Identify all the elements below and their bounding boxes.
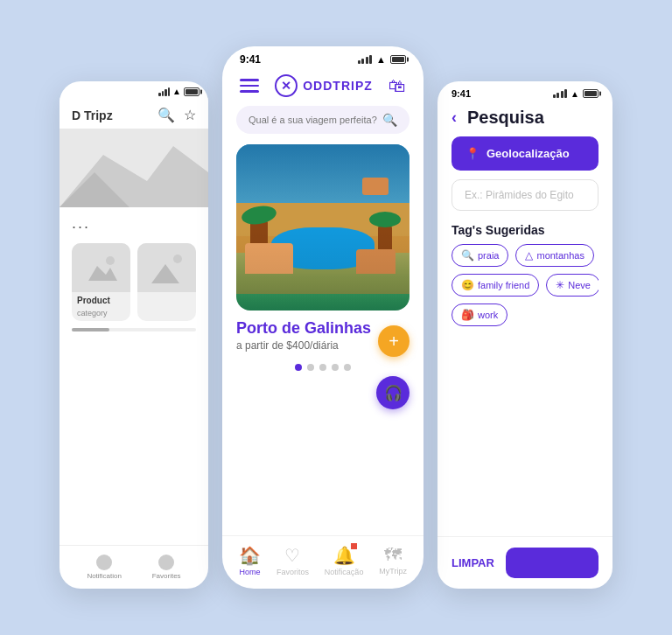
placeholder-icon-2 — [150, 250, 185, 285]
product-image-1 — [72, 243, 130, 292]
nav-notification[interactable]: Notification — [87, 555, 122, 580]
logo-icon: ✕ — [275, 74, 298, 97]
signal-bars — [358, 55, 373, 64]
nav-favorites-label: Favoritos — [276, 568, 309, 576]
dot-1[interactable] — [295, 364, 302, 371]
signal-bars-right — [553, 89, 568, 98]
right-search-field[interactable]: Ex.: Pirâmides do Egito — [452, 179, 598, 211]
search-input[interactable] — [248, 115, 377, 125]
home-icon: 🏠 — [239, 545, 261, 566]
search-icon[interactable]: 🔍 — [158, 107, 175, 123]
hamburger-line-1 — [240, 79, 259, 81]
nav-mytrips[interactable]: 🗺 MyTripz — [379, 545, 407, 576]
bag-icon[interactable]: 🛍 — [388, 76, 406, 96]
phone-center: 9:41 ▲ ✕ ODDTRIPZ 🛍 — [222, 46, 424, 589]
star-icon[interactable]: ☆ — [184, 107, 196, 123]
tag-praia-label: praia — [478, 250, 499, 261]
wifi-icon: ▲ — [376, 54, 386, 65]
tag-montanhas[interactable]: △ montanhas — [515, 244, 593, 267]
tags-section: Tag's Sugeridas 🔍 praia △ montanhas 😊 fa… — [438, 223, 612, 333]
geo-icon: 📍 — [466, 147, 480, 160]
left-bottom-nav: Notification Favorites — [60, 545, 208, 589]
clear-button[interactable]: LIMPAR — [452, 556, 494, 569]
nav-notification-label: Notification — [87, 572, 122, 580]
geo-button[interactable]: 📍 Geolocalização — [452, 136, 598, 171]
dot-4[interactable] — [332, 364, 339, 371]
hero-image — [60, 129, 208, 207]
dots-menu[interactable]: ... — [60, 207, 208, 240]
mountain-svg — [60, 129, 208, 207]
logo-text: ODDTRIPZ — [303, 79, 373, 93]
product-label: Product — [72, 292, 130, 309]
resort-scene — [236, 144, 410, 311]
battery-icon — [184, 87, 200, 96]
apply-button[interactable]: APLICAR — [506, 548, 598, 578]
placeholder-icon — [84, 250, 119, 285]
right-header: ‹ Pesquisa — [438, 102, 612, 136]
phone-left: ▲ D Tripz 🔍 ☆ ... — [60, 81, 208, 589]
right-footer: LIMPAR APLICAR — [438, 536, 612, 589]
wifi-icon-right: ▲ — [570, 89, 579, 99]
nav-home-label: Home — [239, 568, 260, 576]
tag-neve-icon: ✳ — [556, 279, 564, 291]
tag-work-label: work — [478, 310, 498, 320]
right-time: 9:41 — [452, 88, 471, 99]
logo-area: ✕ ODDTRIPZ — [275, 74, 373, 97]
destination-container: Porto de Galinhas a partir de $400/diári… — [222, 144, 424, 357]
tag-montanhas-label: montanhas — [536, 250, 584, 261]
search-placeholder: Ex.: Pirâmides do Egito — [465, 189, 574, 201]
nav-favorites-label: Favorites — [152, 572, 181, 580]
tag-neve-label: Neve — [568, 280, 591, 290]
svg-point-8 — [173, 255, 182, 263]
left-status-bar: ▲ — [60, 81, 208, 98]
dot-2[interactable] — [307, 364, 314, 371]
tag-work[interactable]: 🎒 work — [452, 304, 508, 326]
destination-image — [236, 144, 410, 311]
right-status-icons: ▲ — [553, 89, 598, 99]
hamburger-menu[interactable] — [240, 79, 259, 93]
product-image-2 — [137, 243, 196, 292]
tag-praia-icon: 🔍 — [461, 249, 474, 262]
product-card-2[interactable] — [137, 243, 196, 321]
battery-icon — [390, 55, 406, 64]
brand-name: D Tripz — [72, 108, 113, 122]
tag-praia[interactable]: 🔍 praia — [452, 244, 508, 267]
favorites-icon — [158, 555, 174, 570]
destination-info: Porto de Galinhas a partir de $400/diári… — [222, 311, 424, 357]
search-bar[interactable]: 🔍 — [236, 106, 410, 134]
wifi-icon: ▲ — [172, 87, 181, 96]
tag-family-friend[interactable]: 😊 family friend — [452, 274, 539, 297]
bell-icon: 🔔 — [333, 545, 355, 566]
dot-5[interactable] — [344, 364, 351, 371]
headset-button[interactable]: 🎧 — [376, 376, 410, 409]
nav-notifications[interactable]: 🔔 Notificação — [325, 545, 364, 576]
right-status-bar: 9:41 ▲ — [438, 81, 612, 102]
phone-right: 9:41 ▲ ‹ Pesquisa 📍 Geolocalização Ex.: … — [438, 81, 612, 589]
search-icon-center: 🔍 — [382, 113, 397, 127]
battery-icon-right — [583, 89, 598, 98]
tags-title: Tag's Sugeridas — [452, 223, 598, 237]
nav-favorites[interactable]: Favorites — [152, 555, 181, 580]
center-status-bar: 9:41 ▲ — [222, 46, 424, 69]
tag-neve[interactable]: ✳ Neve — [546, 274, 598, 297]
tags-row-1: 🔍 praia △ montanhas — [452, 244, 598, 267]
signal-icon — [158, 87, 170, 96]
svg-point-5 — [106, 256, 115, 265]
header-icons: 🔍 ☆ — [158, 107, 196, 123]
left-top-bar: D Tripz 🔍 ☆ — [60, 98, 208, 129]
progress-fill — [72, 328, 109, 331]
notification-icon — [96, 555, 112, 570]
tag-work-icon: 🎒 — [461, 309, 474, 321]
geo-label: Geolocalização — [486, 147, 570, 160]
products-grid: Product category — [60, 240, 208, 328]
nav-favorites[interactable]: ♡ Favoritos — [276, 545, 309, 576]
image-overlay — [236, 144, 410, 311]
tags-row-3: 🎒 work — [452, 304, 598, 326]
nav-notifications-label: Notificação — [325, 568, 364, 576]
dot-3[interactable] — [319, 364, 326, 371]
nav-home[interactable]: 🏠 Home — [239, 545, 261, 576]
add-button[interactable]: + — [378, 325, 410, 357]
product-card-1[interactable]: Product category — [72, 243, 130, 321]
hamburger-line-3 — [240, 90, 259, 93]
back-button[interactable]: ‹ — [452, 108, 457, 127]
